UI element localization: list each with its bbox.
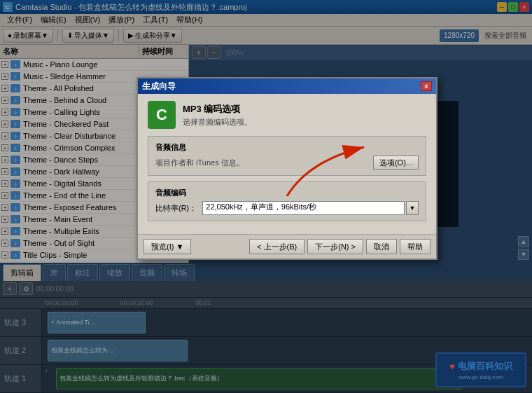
bitrate-dropdown-button[interactable]: ▼ xyxy=(406,201,419,215)
modal-title-block: MP3 编码选项 选择音频编码选项。 xyxy=(183,103,426,127)
next-button[interactable]: 下一步(N) > xyxy=(307,239,363,254)
audio-encoding-title: 音频编码 xyxy=(155,188,419,198)
options-button[interactable]: 选项(O)... xyxy=(373,156,419,170)
modal-app-icon: C xyxy=(148,101,176,129)
modal-overlay: 生成向导 × C MP3 编码选项 选择音频编码选项。 音频信息 项目作者和 i… xyxy=(0,0,532,393)
cancel-button[interactable]: 取消 xyxy=(366,239,397,254)
audio-encoding-section: 音频编码 比特率(R)： 22,050kHz，单声道，96kBits/秒 ▼ xyxy=(148,181,426,221)
modal-footer: 预览(I) ▼ < 上一步(B) 下一步(N) > 取消 帮助 xyxy=(138,234,436,258)
footer-right: < 上一步(B) 下一步(N) > 取消 帮助 xyxy=(249,239,430,254)
audio-info-title: 音频信息 xyxy=(155,142,419,153)
back-button[interactable]: < 上一步(B) xyxy=(249,239,304,254)
modal-close-button[interactable]: × xyxy=(421,81,432,91)
modal-main-title: MP3 编码选项 xyxy=(183,103,426,116)
audio-info-row: 项目作者和 iTunes 信息。 选项(O)... xyxy=(155,156,419,170)
bitrate-select-wrapper: 22,050kHz，单声道，96kBits/秒 ▼ xyxy=(202,201,419,215)
audio-info-section: 音频信息 项目作者和 iTunes 信息。 选项(O)... xyxy=(148,136,426,176)
footer-left: 预览(I) ▼ xyxy=(144,239,191,254)
modal-body: C MP3 编码选项 选择音频编码选项。 音频信息 项目作者和 iTunes 信… xyxy=(138,94,436,234)
help-button[interactable]: 帮助 xyxy=(400,239,430,254)
modal-title: 生成向导 xyxy=(142,81,421,92)
modal-title-bar: 生成向导 × xyxy=(138,78,436,94)
preview-button[interactable]: 预览(I) ▼ xyxy=(144,239,191,254)
audio-info-content: 项目作者和 iTunes 信息。 xyxy=(155,158,244,168)
generate-wizard-dialog: 生成向导 × C MP3 编码选项 选择音频编码选项。 音频信息 项目作者和 i… xyxy=(136,77,438,260)
bitrate-row: 比特率(R)： 22,050kHz，单声道，96kBits/秒 ▼ xyxy=(155,201,419,215)
modal-subtitle: 选择音频编码选项。 xyxy=(183,117,426,127)
bitrate-label: 比特率(R)： xyxy=(155,203,197,214)
bitrate-value[interactable]: 22,050kHz，单声道，96kBits/秒 xyxy=(202,201,405,215)
modal-header-section: C MP3 编码选项 选择音频编码选项。 xyxy=(148,101,426,129)
